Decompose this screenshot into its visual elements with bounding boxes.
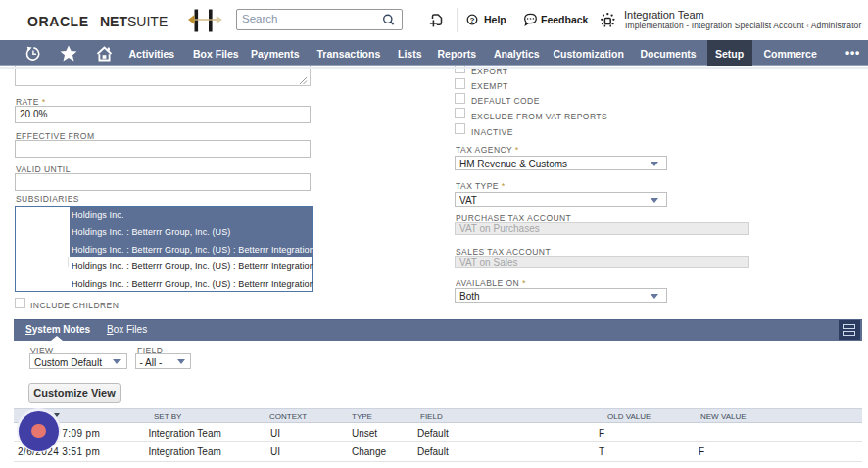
svg-text:?: ? [470,16,475,24]
